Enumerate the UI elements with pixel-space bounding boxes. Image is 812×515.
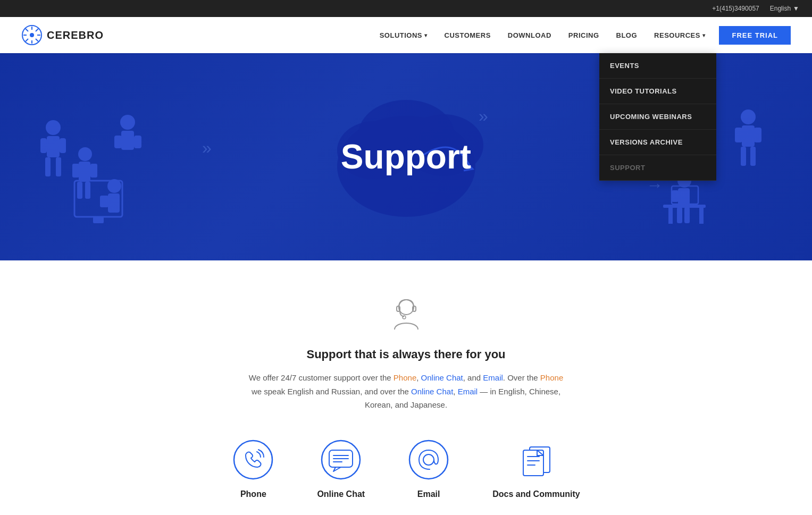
support-description: We offer 24/7 customer support over the … [247,371,566,412]
svg-rect-17 [56,157,61,176]
svg-point-61 [423,454,434,465]
svg-rect-33 [108,193,120,213]
resources-dropdown: EVENTS VIDEO TUTORIALS UPCOMING WEBINARS… [599,53,716,181]
nav-customers[interactable]: CUSTOMERS [437,27,498,44]
navbar: CEREBRO SOLUTIONS ▾ CUSTOMERS DOWNLOAD P… [0,17,812,53]
svg-rect-38 [754,128,761,142]
logo-icon [21,24,43,46]
chevron-down-icon: ▾ [702,32,706,38]
phone-icon [232,438,274,481]
dropdown-upcoming-webinars[interactable]: UPCOMING WEBINARS [599,104,716,130]
dropdown-support[interactable]: SUPPORT [599,155,716,181]
card-docs[interactable]: Docs and Community [492,438,580,499]
svg-line-7 [36,39,38,41]
card-phone-label: Phone [240,489,266,499]
svg-rect-31 [85,182,90,199]
email-icon [407,438,450,481]
online-chat-link[interactable]: Online Chat [421,373,463,382]
svg-rect-18 [40,138,47,153]
svg-rect-19 [60,138,66,153]
svg-point-32 [107,179,121,193]
svg-rect-51 [397,306,400,311]
card-email[interactable]: Email [407,438,450,499]
card-phone[interactable]: Phone [232,438,274,499]
card-email-label: Email [417,489,440,499]
svg-rect-63 [523,450,543,476]
svg-rect-52 [413,306,416,311]
svg-point-54 [234,441,272,479]
chat-icon [320,438,362,481]
nav-links: SOLUTIONS ▾ CUSTOMERS DOWNLOAD PRICING B… [372,26,791,45]
svg-point-35 [741,109,756,124]
email-link-2[interactable]: Email [458,387,478,396]
topbar: +1(415)3490057 English ▼ [0,0,812,17]
svg-rect-36 [742,125,755,147]
dropdown-video-tutorials[interactable]: VIDEO TUTORIALS [599,79,716,104]
svg-rect-21 [121,131,134,150]
topbar-phone: +1(415)3490057 [712,5,759,12]
hero-figures-left [21,85,223,250]
svg-rect-27 [79,162,90,182]
svg-line-6 [26,29,28,31]
support-cards: Phone Online Chat [21,438,791,499]
nav-pricing[interactable]: PRICING [561,27,607,44]
svg-point-60 [409,441,448,479]
svg-rect-37 [735,128,742,142]
logo[interactable]: CEREBRO [21,24,104,46]
svg-rect-44 [677,207,682,223]
dropdown-events[interactable]: EVENTS [599,53,716,79]
svg-line-8 [36,29,38,31]
docs-icon [515,438,557,481]
svg-point-26 [78,147,92,161]
svg-rect-40 [750,147,756,166]
svg-point-1 [30,33,34,37]
card-online-chat[interactable]: Online Chat [317,438,365,499]
svg-rect-48 [699,208,704,224]
svg-rect-46 [663,205,706,208]
hero-title: Support [341,137,471,176]
svg-rect-45 [684,207,690,223]
phone-link-2[interactable]: Phone [540,373,563,382]
svg-point-20 [120,115,135,130]
card-online-chat-label: Online Chat [317,489,365,499]
dropdown-versions-archive[interactable]: VERSIONS ARCHIVE [599,130,716,155]
nav-solutions[interactable]: SOLUTIONS ▾ [372,27,435,44]
svg-rect-43 [672,190,679,202]
free-trial-button[interactable]: FREE TRIAL [719,26,791,45]
svg-line-9 [26,39,28,41]
svg-rect-29 [90,164,97,178]
svg-rect-30 [77,182,82,199]
online-chat-link-2[interactable]: Online Chat [411,387,453,396]
nav-resources[interactable]: RESOURCES ▾ [647,27,713,44]
main-content: Support that is always there for you We … [0,260,812,515]
topbar-language[interactable]: English ▼ [770,5,799,12]
svg-point-53 [403,316,406,319]
svg-rect-22 [114,136,122,148]
logo-text: CEREBRO [47,29,104,41]
svg-rect-15 [47,136,60,157]
svg-rect-47 [668,208,673,224]
svg-point-55 [322,441,360,479]
email-link-1[interactable]: Email [483,373,503,382]
phone-link[interactable]: Phone [394,373,416,382]
svg-rect-34 [100,196,108,207]
nav-blog[interactable]: BLOG [609,27,645,44]
svg-rect-25 [93,217,104,223]
svg-rect-16 [45,157,51,176]
nav-download[interactable]: DOWNLOAD [500,27,559,44]
svg-rect-23 [134,136,141,148]
svg-rect-39 [741,147,746,166]
support-heading: Support that is always there for you [21,348,791,361]
svg-point-14 [46,120,61,135]
chevron-down-icon: ▾ [424,32,428,38]
support-agent-icon [385,292,428,335]
svg-rect-28 [72,164,79,178]
card-docs-label: Docs and Community [492,489,580,499]
